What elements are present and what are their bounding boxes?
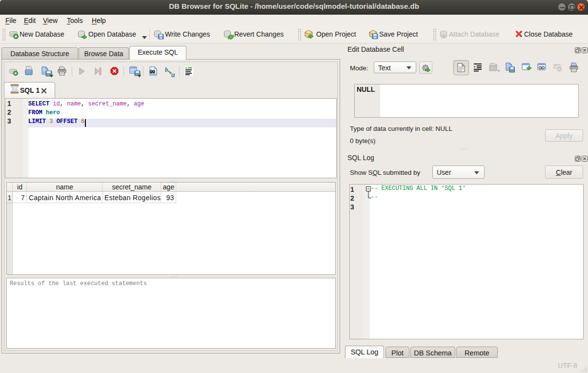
svg-text:a: a xyxy=(171,71,175,78)
svg-text:b: b xyxy=(165,66,168,73)
